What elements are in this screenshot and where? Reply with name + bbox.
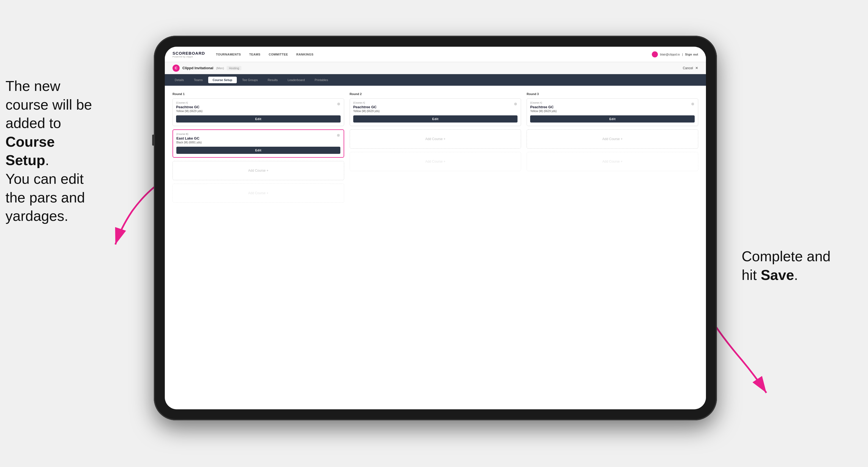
round-1-course-a-delete-icon[interactable]: ⊗ — [336, 101, 341, 106]
round-1-add-course-disabled: Add Course + — [173, 184, 344, 203]
tablet-frame: SCOREBOARD Powered by clippd TOURNAMENTS… — [154, 36, 717, 420]
tournament-bar: C Clippd Invitational (Men) Hosting Canc… — [165, 62, 706, 74]
round-3-add-course-disabled: Add Course + — [527, 152, 698, 171]
round-3-add-course-button[interactable]: Add Course + — [527, 129, 698, 149]
round-3-course-a-delete-icon[interactable]: ⊗ — [690, 101, 695, 106]
logo-title: SCOREBOARD — [173, 51, 205, 56]
round-2-course-a-delete-icon[interactable]: ⊗ — [513, 101, 518, 106]
round-1-label: Round 1 — [173, 92, 344, 96]
tab-results[interactable]: Results — [263, 76, 282, 83]
round-3-column: Round 3 (Course A) Peachtree GC Yellow (… — [527, 92, 698, 206]
annotation-left: The new course will be added to Course S… — [5, 77, 99, 225]
round-2-course-a-name: Peachtree GC — [353, 105, 518, 109]
round-1-course-b-edit-button[interactable]: Edit — [176, 147, 340, 154]
round-3-course-a-badge: (Course A) — [530, 101, 695, 104]
round-1-course-b-delete-icon[interactable]: ⊗ — [336, 133, 341, 137]
round-2-add-course-button[interactable]: Add Course + — [350, 129, 521, 149]
nav-tournaments[interactable]: TOURNAMENTS — [216, 53, 241, 56]
user-email: blair@clippd.io — [660, 53, 680, 56]
nav-committee[interactable]: COMMITTEE — [269, 53, 288, 56]
course-a-badge: (Course A) — [176, 101, 341, 104]
round-2-label: Round 2 — [350, 92, 521, 96]
nav-separator: | — [682, 53, 683, 56]
round-1-course-a-edit-button[interactable]: Edit — [176, 115, 341, 123]
tournament-gender: (Men) — [216, 66, 224, 70]
round-1-add-course-button[interactable]: Add Course + — [173, 161, 344, 180]
nav-teams[interactable]: TEAMS — [249, 53, 260, 56]
cancel-button[interactable]: Cancel — [683, 66, 693, 70]
round-2-course-a-card: (Course A) Peachtree GC Yellow (M) (6629… — [350, 98, 521, 126]
tournament-hosting-badge: Hosting — [227, 66, 241, 70]
tab-course-setup[interactable]: Course Setup — [208, 76, 237, 83]
round-1-course-b-card: (Course B) East Lake GC Black (M) (6891 … — [173, 129, 344, 158]
course-b-name: East Lake GC — [176, 136, 340, 141]
main-content: Round 1 (Course A) Peachtree GC Yellow (… — [165, 86, 706, 409]
logo-sub: Powered by clippd — [173, 56, 205, 58]
nav-links: TOURNAMENTS TEAMS COMMITTEE RANKINGS — [216, 53, 652, 56]
nav-rankings[interactable]: RANKINGS — [297, 53, 314, 56]
tab-teams[interactable]: Teams — [189, 76, 207, 83]
round-2-column: Round 2 (Course A) Peachtree GC Yellow (… — [350, 92, 521, 206]
course-a-name: Peachtree GC — [176, 105, 341, 109]
round-2-add-course-disabled: Add Course + — [350, 152, 521, 171]
round-3-course-a-tee: Yellow (M) (6629 yds) — [530, 110, 695, 113]
rounds-grid: Round 1 (Course A) Peachtree GC Yellow (… — [173, 92, 698, 206]
nav-right: blair@clippd.io | Sign out — [652, 51, 698, 57]
round-3-course-a-card: (Course A) Peachtree GC Yellow (M) (6629… — [527, 98, 698, 126]
tab-tee-groups[interactable]: Tee Groups — [238, 76, 262, 83]
round-1-course-a-card: (Course A) Peachtree GC Yellow (M) (6629… — [173, 98, 344, 126]
round-2-course-a-badge: (Course A) — [353, 101, 518, 104]
annotation-right: Complete and hit Save. — [742, 247, 846, 284]
course-a-tee: Yellow (M) (6629 yds) — [176, 110, 341, 113]
scoreboard-logo: SCOREBOARD Powered by clippd — [173, 51, 205, 58]
round-3-course-a-edit-button[interactable]: Edit — [530, 115, 695, 123]
avatar — [652, 51, 658, 57]
tablet-screen: SCOREBOARD Powered by clippd TOURNAMENTS… — [165, 47, 706, 409]
tournament-logo: C — [173, 65, 180, 72]
course-b-badge: (Course B) — [176, 133, 340, 135]
tournament-info: C Clippd Invitational (Men) Hosting — [173, 65, 242, 72]
tab-leaderboard[interactable]: Leaderboard — [283, 76, 309, 83]
sign-out-button[interactable]: Sign out — [685, 53, 698, 56]
round-2-course-a-edit-button[interactable]: Edit — [353, 115, 518, 123]
top-nav: SCOREBOARD Powered by clippd TOURNAMENTS… — [165, 47, 706, 62]
tab-bar: Details Teams Course Setup Tee Groups Re… — [165, 74, 706, 86]
round-3-label: Round 3 — [527, 92, 698, 96]
course-b-tee: Black (M) (6891 yds) — [176, 141, 340, 144]
tab-details[interactable]: Details — [170, 76, 188, 83]
round-1-column: Round 1 (Course A) Peachtree GC Yellow (… — [173, 92, 344, 206]
round-3-course-a-name: Peachtree GC — [530, 105, 695, 109]
round-2-course-a-tee: Yellow (M) (6629 yds) — [353, 110, 518, 113]
tournament-name: Clippd Invitational — [182, 66, 213, 70]
tab-printables[interactable]: Printables — [310, 76, 333, 83]
close-icon[interactable]: ✕ — [695, 66, 698, 70]
